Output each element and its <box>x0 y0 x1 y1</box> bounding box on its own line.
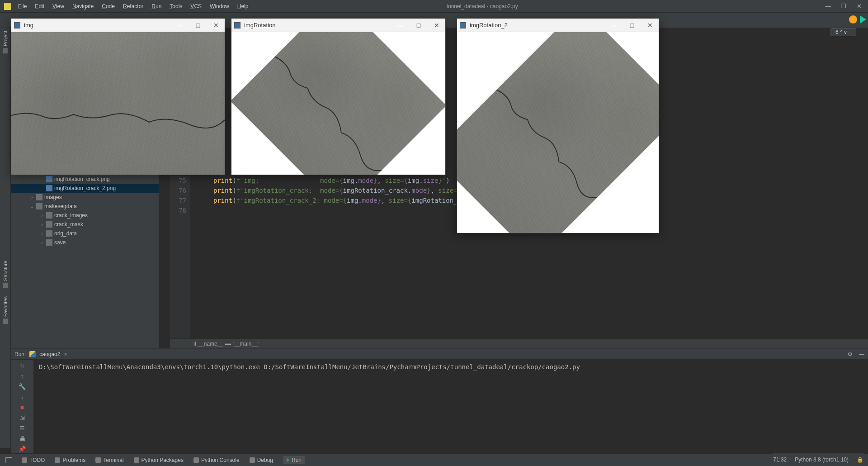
tree-label: orig_data <box>54 230 77 237</box>
window-titlebar[interactable]: img—□✕ <box>11 19 225 32</box>
chevron-icon[interactable]: › <box>40 240 44 245</box>
menu-refactor[interactable]: Refactor <box>123 3 143 10</box>
bottom-terminal[interactable]: Terminal <box>95 456 123 464</box>
minimize-button[interactable]: — <box>174 22 186 29</box>
tree-label: images <box>44 194 62 200</box>
up-button[interactable]: ↑ <box>17 373 27 380</box>
maximize-button[interactable]: □ <box>413 22 425 29</box>
tree-item[interactable]: ⌄makesegdata <box>11 202 159 211</box>
bottom-python-packages[interactable]: Python Packages <box>134 456 184 464</box>
minimize-button[interactable]: — <box>395 22 406 29</box>
toolbar-trailing-icons <box>849 15 866 24</box>
print-icon[interactable]: 🖶 <box>17 435 27 442</box>
tree-item[interactable]: imgRotation_crack_2.png <box>11 184 159 193</box>
menu-tools[interactable]: Tools <box>170 3 182 10</box>
maximize-button[interactable]: ❐ <box>840 3 847 10</box>
settings-icon[interactable]: ⚙ <box>848 351 853 357</box>
line-number: 78 <box>170 205 186 215</box>
tool-structure[interactable]: Structure <box>3 261 8 288</box>
minimize-panel-icon[interactable]: — <box>859 351 864 357</box>
scroll-button[interactable]: ⇲ <box>17 414 27 421</box>
close-button[interactable]: ✕ <box>210 22 222 29</box>
layout-icon[interactable]: ☰ <box>17 425 27 432</box>
image-window[interactable]: img—□✕ <box>11 18 225 175</box>
lock-icon[interactable]: 🔒 <box>857 456 863 463</box>
run-tabs: Run: caogao2 × ⚙ — <box>11 349 868 360</box>
bottom-debug[interactable]: Debug <box>250 456 273 464</box>
gutter: 75767778 <box>170 176 190 348</box>
tree-item[interactable]: ›orig_data <box>11 229 159 238</box>
tree-item[interactable]: ›crack_mask <box>11 220 159 229</box>
image-content <box>11 32 225 175</box>
run-tab[interactable]: caogao2 <box>39 351 60 357</box>
menu-file[interactable]: File <box>18 3 27 10</box>
menu-code[interactable]: Code <box>102 3 115 10</box>
tree-item[interactable]: ›save <box>11 238 159 247</box>
tree-item[interactable]: ›crack_images <box>11 211 159 220</box>
run-panel: Run: caogao2 × ⚙ — ↻ ↑ 🔧 ↓ ■ ⇲ ☰ 🖶 📌 🗑 D… <box>11 348 868 453</box>
line-number: 75 <box>170 176 186 185</box>
close-button[interactable]: ✕ <box>855 3 863 10</box>
tool-icon <box>193 457 199 463</box>
folder-icon <box>36 194 42 200</box>
chevron-icon[interactable]: ⌄ <box>30 204 34 209</box>
star-icon <box>3 319 8 324</box>
menu-window[interactable]: Window <box>210 3 229 10</box>
bottom-todo[interactable]: TODO <box>22 456 45 464</box>
rerun-button[interactable]: ↻ <box>17 362 27 369</box>
minimize-button[interactable]: — <box>608 22 620 29</box>
file-icon <box>46 176 52 182</box>
image-window[interactable]: imgRotation_2—□✕ <box>457 18 659 233</box>
left-tool-strip: Project Structure Favorites <box>0 28 11 448</box>
stop-button[interactable]: ■ <box>17 404 27 411</box>
tree-item[interactable]: ›images <box>11 193 159 202</box>
console-output[interactable]: D:\SoftWareInstallMenu\Anaconda3\envs\to… <box>33 360 868 454</box>
line-number: 77 <box>170 195 186 205</box>
bottom-problems[interactable]: Problems <box>55 456 85 464</box>
tree-label: makesegdata <box>44 203 77 209</box>
menu-run[interactable]: Run <box>151 3 161 10</box>
structure-icon <box>3 283 8 288</box>
menu-vcs[interactable]: VCS <box>190 3 202 10</box>
close-button[interactable]: ✕ <box>431 22 443 29</box>
menu-help[interactable]: Help <box>237 3 249 10</box>
close-button[interactable]: ✕ <box>644 22 656 29</box>
wrench-icon[interactable]: 🔧 <box>17 383 27 390</box>
play-icon[interactable] <box>860 15 866 24</box>
maximize-button[interactable]: □ <box>626 22 638 29</box>
minimize-button[interactable]: — <box>825 3 832 10</box>
tree-label: crack_images <box>54 212 88 219</box>
window-title-text: imgRotation_2 <box>470 22 508 29</box>
interpreter[interactable]: Python 3.8 (torch1.10) <box>795 456 849 463</box>
caret-position: 71:32 <box>773 456 787 463</box>
down-button[interactable]: ↓ <box>17 394 27 400</box>
chevron-icon[interactable]: › <box>40 231 44 236</box>
plugin-icon[interactable] <box>849 15 857 24</box>
bottom-python-console[interactable]: Python Console <box>193 456 240 464</box>
tree-item[interactable]: imgRotation_crack.png <box>11 175 159 184</box>
image-content <box>457 32 659 233</box>
bottom-run[interactable]: Run <box>283 456 305 464</box>
window-titlebar[interactable]: imgRotation—□✕ <box>231 19 445 32</box>
inspection-pill[interactable]: 6 ^ v <box>830 28 856 36</box>
app-icon <box>460 22 466 29</box>
folder-icon <box>36 203 42 209</box>
tool-icon <box>250 457 255 463</box>
maximize-button[interactable]: □ <box>192 22 204 29</box>
tool-project[interactable]: Project <box>3 31 8 53</box>
close-icon[interactable]: × <box>64 351 67 357</box>
chevron-icon[interactable]: › <box>40 213 44 218</box>
image-window[interactable]: imgRotation—□✕ <box>231 18 446 175</box>
tool-window-icon[interactable] <box>5 457 12 463</box>
menu-view[interactable]: View <box>52 3 64 10</box>
menu-edit[interactable]: Edit <box>35 3 44 10</box>
pin-icon[interactable]: 📌 <box>17 446 27 452</box>
window-titlebar[interactable]: imgRotation_2—□✕ <box>457 19 659 32</box>
tool-favorites[interactable]: Favorites <box>3 296 8 324</box>
menu-navigate[interactable]: Navigate <box>72 3 94 10</box>
chevron-icon[interactable]: › <box>40 222 44 227</box>
tool-icon <box>95 457 101 463</box>
window-controls: — ❐ ✕ <box>825 3 868 10</box>
console-line: D:\SoftWareInstallMenu\Anaconda3\envs\to… <box>39 363 580 371</box>
chevron-icon[interactable]: › <box>30 195 34 200</box>
